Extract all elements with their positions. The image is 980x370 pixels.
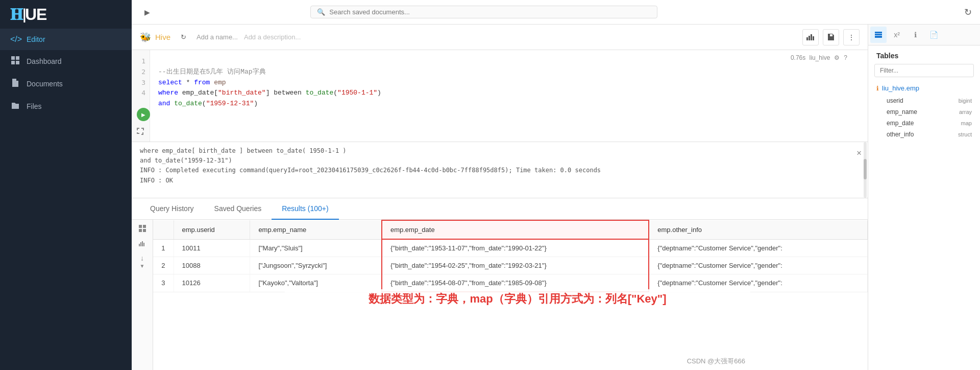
row-1-empname: ["Mary","Sluis"] xyxy=(250,239,382,257)
svg-rect-13 xyxy=(140,242,141,246)
log-line-1: where emp_date[ birth_date ] between to_… xyxy=(140,146,851,156)
tables-filter-input[interactable] xyxy=(874,64,974,77)
collapse-button[interactable]: ▶ xyxy=(140,5,154,19)
chart-icon-button[interactable] xyxy=(802,29,819,45)
code-status-bar: 0.76s liu_hive ⚙ ? xyxy=(791,54,847,61)
log-scrollbar xyxy=(864,142,867,198)
table-row: 3 10126 ["Kayoko","Valtorta"] {"birth_da… xyxy=(153,274,868,292)
log-close-button[interactable]: ✕ xyxy=(856,146,862,159)
sidebar-item-dashboard[interactable]: Dashboard xyxy=(0,50,132,73)
sidebar-item-files-label: Files xyxy=(27,102,42,110)
col-type-otherinfo: struct xyxy=(958,131,972,137)
row-3-empdate: {"birth_date":"1954-08-07","from_date":"… xyxy=(382,274,649,292)
search-input[interactable] xyxy=(329,8,651,16)
more-options-button[interactable]: ⋮ xyxy=(843,29,860,45)
search-bar-container: 🔍 xyxy=(310,6,657,18)
svg-rect-7 xyxy=(813,36,814,40)
col-type-empname: array xyxy=(959,109,972,115)
right-tab-info-icon[interactable]: ℹ xyxy=(907,27,923,43)
log-area: ✕ where emp_date[ birth_date ] between t… xyxy=(132,142,868,198)
svg-rect-1 xyxy=(16,56,19,60)
dashboard-icon xyxy=(10,56,20,66)
results-section: 数据类型为：字典，map（字典）引用方式为：列名["Key"] Query Hi… xyxy=(132,198,868,370)
results-left-gutter: ↓ ▼ xyxy=(132,220,153,370)
column-empname: emp_name array xyxy=(868,106,980,118)
row-2-num: 2 xyxy=(153,257,174,274)
svg-rect-14 xyxy=(142,241,143,246)
editor-main: 🐝 Hive ↻ Add a name... Add a description… xyxy=(132,25,868,370)
svg-rect-9 xyxy=(143,225,146,228)
undo-button[interactable]: ↻ xyxy=(964,7,972,18)
svg-rect-8 xyxy=(139,225,142,228)
hive-badge: 🐝 Hive xyxy=(140,32,170,43)
row-2-empname: ["Jungsoon","Syrzycki"] xyxy=(250,257,382,274)
save-icon-button[interactable] xyxy=(823,29,839,45)
column-userid: userid bigint xyxy=(868,95,980,106)
sidebar-nav: </> Editor Dashboard Documents Files xyxy=(0,29,132,370)
editor-desc-field[interactable]: Add a description... xyxy=(244,33,301,41)
editor-toolbar: 🐝 Hive ↻ Add a name... Add a description… xyxy=(132,25,868,50)
editor-name-field[interactable]: Add a name... xyxy=(197,33,238,41)
sidebar-item-editor[interactable]: </> Editor xyxy=(0,29,132,50)
sidebar-item-editor-label: Editor xyxy=(27,35,45,43)
tab-results[interactable]: Results (100+) xyxy=(272,198,338,220)
column-empdate: emp_date map xyxy=(868,118,980,129)
sidebar-item-documents[interactable]: Documents xyxy=(0,73,132,95)
row-1-userid: 10011 xyxy=(174,239,250,257)
chart-result-icon[interactable] xyxy=(139,240,146,248)
grid-icon[interactable] xyxy=(139,225,146,234)
svg-rect-2 xyxy=(11,61,15,64)
col-name-otherinfo: other_info xyxy=(887,131,914,138)
expand-button[interactable] xyxy=(137,128,144,136)
svg-rect-5 xyxy=(808,36,810,40)
results-table-wrapper: emp.userid emp.emp_name emp.emp_date emp… xyxy=(153,220,868,370)
hive-label: Hive xyxy=(155,33,170,41)
table-tree-item[interactable]: ℹ liu_hive.emp xyxy=(868,81,980,95)
code-area: 0.76s liu_hive ⚙ ? 1234 --出生日期是在5几年 访问Ma… xyxy=(132,50,868,142)
svg-rect-6 xyxy=(811,34,812,40)
table-row: 2 10088 ["Jungsoon","Syrzycki"] {"birth_… xyxy=(153,257,868,274)
row-1-empdate: {"birth_date":"1953-11-07","from_date":"… xyxy=(382,239,649,257)
download-icon[interactable]: ↓ xyxy=(140,254,144,262)
tab-query-history[interactable]: Query History xyxy=(140,198,204,220)
download-dropdown[interactable]: ▼ xyxy=(140,263,145,269)
col-header-otherinfo: emp.other_info xyxy=(649,220,867,239)
log-content: where emp_date[ birth_date ] between to_… xyxy=(140,146,860,194)
column-otherinfo: other_info struct xyxy=(868,129,980,140)
svg-rect-10 xyxy=(139,229,142,232)
toolbar-right: ⋮ xyxy=(802,29,860,45)
log-line-2: and to_date("1959-12-31") xyxy=(140,156,851,166)
col-header-rownum xyxy=(153,220,174,239)
app-logo: 𝐇∣UE xyxy=(0,0,132,29)
col-type-empdate: map xyxy=(961,120,972,126)
topbar: ▶ 🔍 ↻ xyxy=(132,0,980,25)
right-tab-tables-icon[interactable] xyxy=(870,27,887,43)
right-panel: x² ℹ 📄 Tables ℹ liu_hive.emp userid bigi… xyxy=(868,25,980,370)
log-line-3: INFO : Completed executing command(query… xyxy=(140,166,851,175)
right-tab-functions-icon[interactable]: x² xyxy=(889,27,905,43)
code-editor[interactable]: --出生日期是在5几年 访问Map字典 select * from emp wh… xyxy=(150,50,868,142)
row-2-otherinfo: {"deptname":"Customer Service","gender": xyxy=(649,257,867,274)
log-scrollbar-thumb[interactable] xyxy=(864,159,867,179)
tab-saved-queries[interactable]: Saved Queries xyxy=(204,198,272,220)
results-content: ↓ ▼ emp.userid emp.emp_name emp.e xyxy=(132,220,868,370)
row-2-empdate: {"birth_date":"1954-02-25","from_date":"… xyxy=(382,257,649,274)
col-name-empname: emp_name xyxy=(887,108,917,115)
results-tabs: Query History Saved Queries Results (100… xyxy=(132,198,868,220)
editor-icon: </> xyxy=(10,35,20,44)
files-icon xyxy=(10,101,20,111)
run-button[interactable]: ▶ xyxy=(137,108,150,121)
col-header-userid: emp.userid xyxy=(174,220,250,239)
svg-rect-15 xyxy=(143,243,144,246)
sidebar-item-files[interactable]: Files xyxy=(0,95,132,118)
svg-rect-11 xyxy=(143,229,146,232)
svg-rect-0 xyxy=(11,56,15,60)
right-tab-history-icon[interactable]: 📄 xyxy=(925,27,942,43)
help-icon[interactable]: ? xyxy=(844,54,847,61)
documents-icon xyxy=(10,79,20,89)
col-name-empdate: emp_date xyxy=(887,120,914,127)
download-area: ↓ ▼ xyxy=(140,254,145,269)
svg-rect-3 xyxy=(16,61,19,64)
settings-icon[interactable]: ⚙ xyxy=(834,54,840,61)
editor-undo-button[interactable]: ↻ xyxy=(177,31,190,43)
